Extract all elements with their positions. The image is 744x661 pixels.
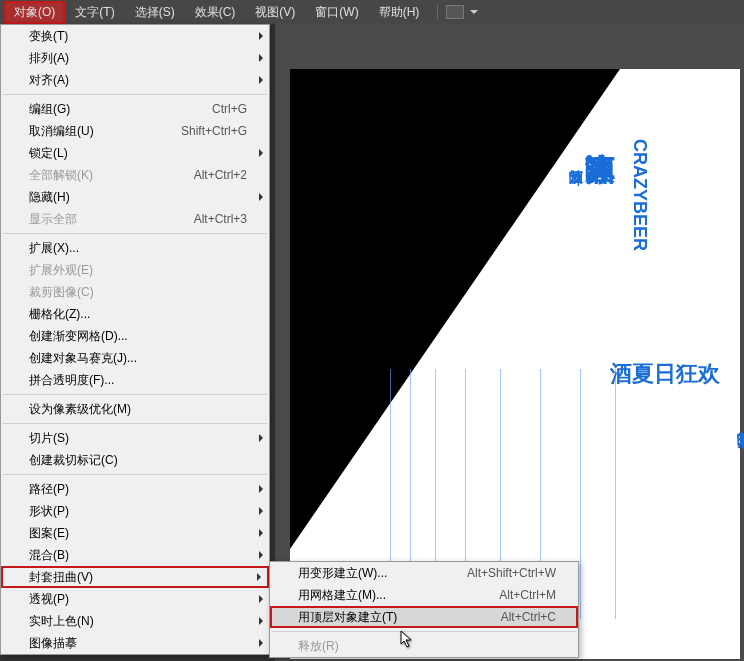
separator <box>437 4 438 20</box>
menu-item-label: 创建裁切标记(C) <box>29 452 261 469</box>
object-menu: 变换(T)排列(A)对齐(A)编组(G)Ctrl+G取消编组(U)Shift+C… <box>0 24 270 655</box>
menu-type[interactable]: 文字(T) <box>65 1 124 24</box>
menu-item-label: 用变形建立(W)... <box>298 565 467 582</box>
menu-view[interactable]: 视图(V) <box>245 1 305 24</box>
menu-object[interactable]: 对象(O) <box>4 1 65 24</box>
menu-item-label: 形状(P) <box>29 503 261 520</box>
menu-item: 全部解锁(K)Alt+Ctrl+2 <box>1 164 269 186</box>
menu-item-label: 排列(A) <box>29 50 261 67</box>
submenu-arrow-icon <box>259 193 263 201</box>
menu-item: 扩展外观(E) <box>1 259 269 281</box>
menu-window[interactable]: 窗口(W) <box>305 1 368 24</box>
menu-separator <box>272 631 576 632</box>
menu-shortcut: Alt+Shift+Ctrl+W <box>467 566 570 580</box>
menu-item: 裁剪图像(C) <box>1 281 269 303</box>
menu-item[interactable]: 设为像素级优化(M) <box>1 398 269 420</box>
menu-item-label: 图案(E) <box>29 525 261 542</box>
menu-item-label: 显示全部 <box>29 211 194 228</box>
menu-shortcut: Shift+Ctrl+G <box>181 124 261 138</box>
menu-shortcut: Alt+Ctrl+3 <box>194 212 261 226</box>
menu-item-label: 封套扭曲(V) <box>29 569 261 586</box>
menu-item[interactable]: 路径(P) <box>1 478 269 500</box>
menu-item[interactable]: 栅格化(Z)... <box>1 303 269 325</box>
menu-shortcut: Alt+Ctrl+2 <box>194 168 261 182</box>
menu-item[interactable]: 切片(S) <box>1 427 269 449</box>
menu-shortcut: Alt+Ctrl+C <box>501 610 570 624</box>
menu-shortcut: Ctrl+G <box>212 102 261 116</box>
menu-item[interactable]: 扩展(X)... <box>1 237 269 259</box>
vtext: CRAZYBEER <box>629 139 650 251</box>
menu-item[interactable]: 混合(B) <box>1 544 269 566</box>
submenu-arrow-icon <box>259 507 263 515</box>
menu-item[interactable]: 图像描摹 <box>1 632 269 654</box>
menu-select[interactable]: 选择(S) <box>125 1 185 24</box>
menu-separator <box>3 94 267 95</box>
menu-item[interactable]: 用变形建立(W)...Alt+Shift+Ctrl+W <box>270 562 578 584</box>
submenu-arrow-icon <box>259 529 263 537</box>
menu-shortcut: Alt+Ctrl+M <box>499 588 570 602</box>
menu-item[interactable]: 用顶层对象建立(T)Alt+Ctrl+C <box>270 606 578 628</box>
submenu-arrow-icon <box>259 54 263 62</box>
menu-item-label: 用网格建立(M)... <box>298 587 499 604</box>
menu-separator <box>3 394 267 395</box>
menu-item[interactable]: 形状(P) <box>1 500 269 522</box>
menu-item-label: 创建渐变网格(D)... <box>29 328 261 345</box>
menu-item[interactable]: 创建渐变网格(D)... <box>1 325 269 347</box>
arrange-docs-icon[interactable] <box>446 5 464 19</box>
menu-item-label: 隐藏(H) <box>29 189 261 206</box>
menu-item-label: 路径(P) <box>29 481 261 498</box>
menu-item-label: 混合(B) <box>29 547 261 564</box>
menu-item-label: 切片(S) <box>29 430 261 447</box>
submenu-arrow-icon <box>259 595 263 603</box>
submenu-arrow-icon <box>257 573 261 581</box>
menu-item[interactable]: 变换(T) <box>1 25 269 47</box>
menu-item[interactable]: 实时上色(N) <box>1 610 269 632</box>
menu-item-label: 创建对象马赛克(J)... <box>29 350 261 367</box>
menu-effect[interactable]: 效果(C) <box>185 1 246 24</box>
menu-item[interactable]: 封套扭曲(V) <box>1 566 269 588</box>
menu-separator <box>3 474 267 475</box>
menu-item[interactable]: 透视(P) <box>1 588 269 610</box>
menu-item-label: 裁剪图像(C) <box>29 284 261 301</box>
submenu-arrow-icon <box>259 76 263 84</box>
menu-item-label: 栅格化(Z)... <box>29 306 261 323</box>
submenu-arrow-icon <box>259 551 263 559</box>
menu-item[interactable]: 创建裁切标记(C) <box>1 449 269 471</box>
menu-item[interactable]: 隐藏(H) <box>1 186 269 208</box>
menu-item[interactable]: 用网格建立(M)...Alt+Ctrl+M <box>270 584 578 606</box>
menu-item-label: 拼合透明度(F)... <box>29 372 261 389</box>
menu-item[interactable]: 锁定(L) <box>1 142 269 164</box>
menu-item[interactable]: 排列(A) <box>1 47 269 69</box>
submenu-arrow-icon <box>259 639 263 647</box>
menu-item[interactable]: 拼合透明度(F)... <box>1 369 269 391</box>
menu-item-label: 对齐(A) <box>29 72 261 89</box>
envelope-submenu: 用变形建立(W)...Alt+Shift+Ctrl+W用网格建立(M)...Al… <box>269 561 579 658</box>
menu-item-label: 释放(R) <box>298 638 570 655</box>
menu-item-label: 实时上色(N) <box>29 613 261 630</box>
menu-item[interactable]: 取消编组(U)Shift+Ctrl+G <box>1 120 269 142</box>
menu-item-label: 设为像素级优化(M) <box>29 401 261 418</box>
menu-item[interactable]: 创建对象马赛克(J)... <box>1 347 269 369</box>
menu-item: 显示全部Alt+Ctrl+3 <box>1 208 269 230</box>
side-text: 酒夏日狂欢 冰爽夏日 疯狂啤酒 <box>610 359 744 425</box>
menu-item-label: 全部解锁(K) <box>29 167 194 184</box>
menu-item-label: 编组(G) <box>29 101 212 118</box>
submenu-arrow-icon <box>259 149 263 157</box>
menu-separator <box>3 423 267 424</box>
menu-item[interactable]: 图案(E) <box>1 522 269 544</box>
menu-item[interactable]: 编组(G)Ctrl+G <box>1 98 269 120</box>
menu-item[interactable]: 对齐(A) <box>1 69 269 91</box>
menu-item: 释放(R) <box>270 635 578 657</box>
menubar: 对象(O) 文字(T) 选择(S) 效果(C) 视图(V) 窗口(W) 帮助(H… <box>0 0 744 24</box>
menu-item-label: 扩展外观(E) <box>29 262 261 279</box>
menu-item-label: 变换(T) <box>29 28 261 45</box>
menu-item-label: 用顶层对象建立(T) <box>298 609 501 626</box>
menu-item-label: 锁定(L) <box>29 145 261 162</box>
submenu-arrow-icon <box>259 32 263 40</box>
menu-item-label: 取消编组(U) <box>29 123 181 140</box>
menu-help[interactable]: 帮助(H) <box>369 1 430 24</box>
chevron-down-icon[interactable] <box>470 10 478 14</box>
menu-separator <box>3 233 267 234</box>
submenu-arrow-icon <box>259 485 263 493</box>
black-triangle <box>290 69 620 549</box>
